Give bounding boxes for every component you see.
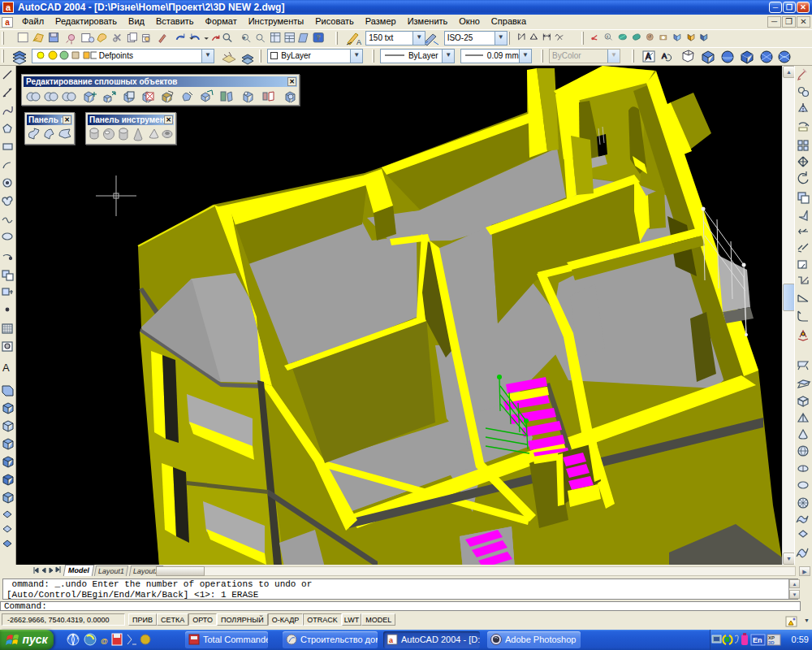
svg-text:En: En [753, 636, 762, 644]
svg-text:?: ? [316, 33, 320, 41]
svg-text:±: ± [607, 34, 609, 39]
svg-text:+: + [242, 34, 245, 40]
svg-text:3D: 3D [768, 640, 775, 645]
svg-text:@: @ [101, 637, 108, 645]
svg-text:↺: ↺ [648, 35, 651, 40]
svg-text:A: A [2, 362, 10, 374]
svg-text:A: A [356, 38, 361, 46]
svg-text:A: A [662, 52, 667, 60]
